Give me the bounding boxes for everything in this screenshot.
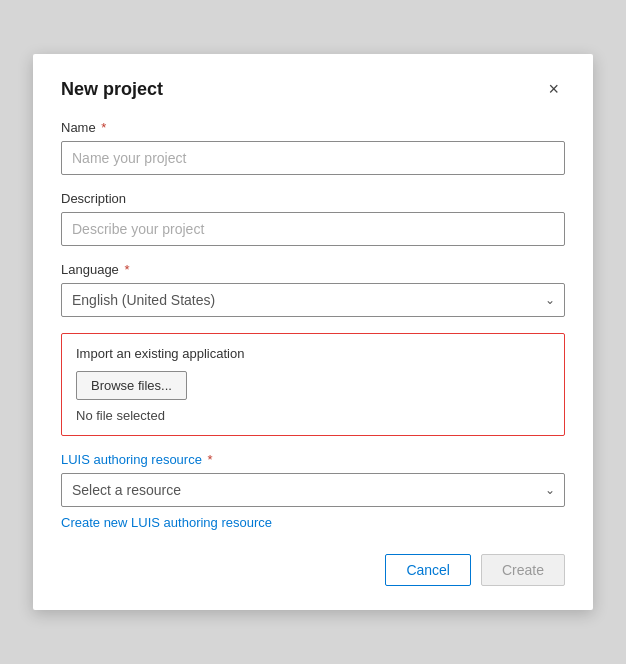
resource-label: LUIS authoring resource * [61, 452, 565, 467]
resource-select[interactable]: Select a resource [61, 473, 565, 507]
language-select[interactable]: English (United States) French Spanish G… [61, 283, 565, 317]
description-input[interactable] [61, 212, 565, 246]
resource-required-star: * [204, 452, 213, 467]
resource-select-wrapper: Select a resource ⌄ [61, 473, 565, 507]
no-file-text: No file selected [76, 408, 550, 423]
resource-field-group: LUIS authoring resource * Select a resou… [61, 452, 565, 530]
create-luis-resource-link[interactable]: Create new LUIS authoring resource [61, 515, 272, 530]
create-button[interactable]: Create [481, 554, 565, 586]
dialog-header: New project × [61, 78, 565, 100]
import-section: Import an existing application Browse fi… [61, 333, 565, 436]
cancel-button[interactable]: Cancel [385, 554, 471, 586]
name-field-group: Name * [61, 120, 565, 175]
description-label: Description [61, 191, 565, 206]
name-label: Name * [61, 120, 565, 135]
language-label: Language * [61, 262, 565, 277]
description-field-group: Description [61, 191, 565, 246]
dialog-title: New project [61, 79, 163, 100]
name-required-star: * [98, 120, 107, 135]
import-label: Import an existing application [76, 346, 550, 361]
language-select-wrapper: English (United States) French Spanish G… [61, 283, 565, 317]
language-required-star: * [121, 262, 130, 277]
language-field-group: Language * English (United States) Frenc… [61, 262, 565, 317]
name-input[interactable] [61, 141, 565, 175]
close-button[interactable]: × [542, 78, 565, 100]
new-project-dialog: New project × Name * Description Languag… [33, 54, 593, 610]
browse-files-button[interactable]: Browse files... [76, 371, 187, 400]
dialog-backdrop: New project × Name * Description Languag… [0, 0, 626, 664]
dialog-footer: Cancel Create [61, 554, 565, 586]
